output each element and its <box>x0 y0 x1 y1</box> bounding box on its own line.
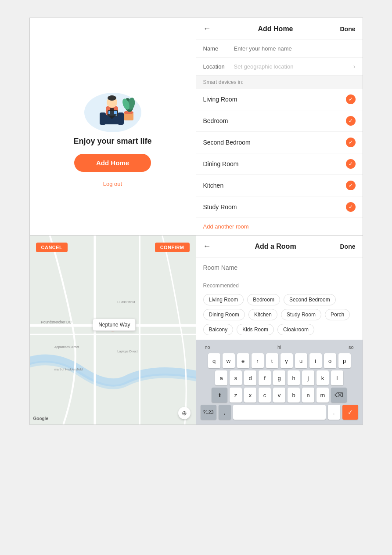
log-out-link[interactable]: Log out <box>103 181 122 187</box>
keyboard-row-2: asdfghjkl <box>198 370 361 385</box>
room-name-input-row[interactable] <box>196 258 363 278</box>
name-input[interactable] <box>234 45 356 52</box>
location-row[interactable]: Location Set geographic location › <box>196 58 363 76</box>
add-home-button[interactable]: Add Home <box>74 154 151 172</box>
key-h[interactable]: h <box>288 370 300 385</box>
location-label: Location <box>203 63 234 70</box>
svg-text:Poundstretcher DC: Poundstretcher DC <box>41 320 72 324</box>
suggestion-hi[interactable]: hi <box>275 343 284 351</box>
smart-devices-section-label: Smart devices in: <box>196 76 363 89</box>
key-c[interactable]: c <box>259 388 271 403</box>
name-row: Name <box>196 40 363 58</box>
compass-icon[interactable]: ⊕ <box>178 407 191 419</box>
map-panel: Poundstretcher DC Huddersfield Appliance… <box>30 236 196 424</box>
key-shift[interactable]: ⬆ <box>212 388 227 403</box>
room-row[interactable]: Living Room✓ <box>196 89 363 110</box>
svg-rect-8 <box>118 112 124 125</box>
key-d[interactable]: d <box>244 370 256 385</box>
room-check-icon: ✓ <box>346 138 356 147</box>
add-home-panel: ← Add Home Done Name Location Set geogra… <box>196 18 363 235</box>
key-delete[interactable]: ⌫ <box>331 388 347 403</box>
room-row[interactable]: Dining Room✓ <box>196 153 363 175</box>
room-tag[interactable]: Bedroom <box>247 294 280 305</box>
google-logo: Google <box>33 416 48 421</box>
map-cancel-button[interactable]: CANCEL <box>36 243 68 252</box>
room-tag[interactable]: Balcony <box>203 324 234 335</box>
key-u[interactable]: u <box>295 353 307 368</box>
map-tooltip: Neptune Way <box>93 319 136 331</box>
key-l[interactable]: l <box>331 370 343 385</box>
key-e[interactable]: e <box>237 353 249 368</box>
room-check-icon: ✓ <box>346 181 356 190</box>
keyboard-row-3: ⬆zxcvbnm⌫ <box>198 388 361 403</box>
key-comma[interactable]: , <box>219 405 231 420</box>
suggestion-no[interactable]: no <box>202 343 213 351</box>
keyboard-bottom-row: ?123 , . ✓ <box>198 405 361 420</box>
key-o[interactable]: o <box>324 353 336 368</box>
key-w[interactable]: w <box>223 353 235 368</box>
room-check-icon: ✓ <box>346 94 356 104</box>
recommended-label: Recommended <box>196 278 363 291</box>
add-room-title: Add a Room <box>255 243 296 250</box>
key-s[interactable]: s <box>230 370 242 385</box>
room-tag[interactable]: Kids Room <box>237 324 274 335</box>
room-tag[interactable]: Second Bedroom <box>284 294 336 305</box>
key-v[interactable]: v <box>273 388 285 403</box>
key-space[interactable] <box>233 405 326 420</box>
room-row[interactable]: Study Room✓ <box>196 196 363 218</box>
room-row[interactable]: Kitchen✓ <box>196 175 363 196</box>
room-tag[interactable]: Porch <box>325 309 350 320</box>
back-button[interactable]: ← <box>203 24 211 33</box>
name-label: Name <box>203 45 234 52</box>
key-g[interactable]: g <box>273 370 285 385</box>
room-check-icon: ✓ <box>346 116 356 126</box>
key-x[interactable]: x <box>244 388 256 403</box>
room-tags-grid: Living RoomBedroomSecond BedroomDining R… <box>196 291 363 340</box>
key-r[interactable]: r <box>252 353 264 368</box>
room-row[interactable]: Bedroom✓ <box>196 110 363 132</box>
add-home-header: ← Add Home Done <box>196 18 363 40</box>
room-tag[interactable]: Cloakroom <box>277 324 314 335</box>
key-b[interactable]: b <box>288 388 300 403</box>
svg-text:Laptops Direct: Laptops Direct <box>117 350 137 353</box>
illustration <box>78 66 148 137</box>
key-f[interactable]: f <box>259 370 271 385</box>
enjoy-smart-life-panel: Enjoy your smart life Add Home Log out <box>30 18 196 235</box>
room-name-input[interactable] <box>203 264 356 271</box>
svg-point-11 <box>108 95 116 101</box>
enjoy-title: Enjoy your smart life <box>73 137 151 146</box>
map-confirm-button[interactable]: CONFIRM <box>155 243 190 252</box>
room-tag[interactable]: Kitchen <box>248 309 277 320</box>
svg-text:Appliances Direct: Appliances Direct <box>54 345 79 349</box>
suggestion-so[interactable]: so <box>346 343 356 351</box>
key-n[interactable]: n <box>302 388 314 403</box>
key-i[interactable]: i <box>309 353 322 368</box>
room-check-icon: ✓ <box>346 159 356 169</box>
key-k[interactable]: k <box>316 370 329 385</box>
done-button[interactable]: Done <box>340 25 356 33</box>
room-tag[interactable]: Living Room <box>203 294 244 305</box>
add-room-done-button[interactable]: Done <box>340 243 356 250</box>
add-room-back-button[interactable]: ← <box>203 242 211 251</box>
key-m[interactable]: m <box>316 388 329 403</box>
room-name: Living Room <box>203 96 237 103</box>
key-y[interactable]: y <box>281 353 293 368</box>
keyboard-suggestions-row: no hi so <box>198 342 361 352</box>
key-p[interactable]: p <box>338 353 351 368</box>
room-name: Study Room <box>203 203 237 210</box>
key-j[interactable]: j <box>302 370 314 385</box>
room-tag[interactable]: Dining Room <box>203 309 245 320</box>
room-row[interactable]: Second Bedroom✓ <box>196 132 363 153</box>
key-enter[interactable]: ✓ <box>342 405 358 420</box>
key-t[interactable]: t <box>266 353 278 368</box>
key-a[interactable]: a <box>215 370 227 385</box>
add-home-title: Add Home <box>258 25 293 33</box>
key-z[interactable]: z <box>230 388 242 403</box>
key-123[interactable]: ?123 <box>201 405 216 420</box>
rooms-list: Living Room✓Bedroom✓Second Bedroom✓Dinin… <box>196 89 363 218</box>
key-period[interactable]: . <box>328 405 340 420</box>
svg-text:Huddersfield: Huddersfield <box>117 301 135 304</box>
add-another-room-link[interactable]: Add another room <box>196 218 363 235</box>
room-tag[interactable]: Study Room <box>281 309 321 320</box>
key-q[interactable]: q <box>208 353 220 368</box>
